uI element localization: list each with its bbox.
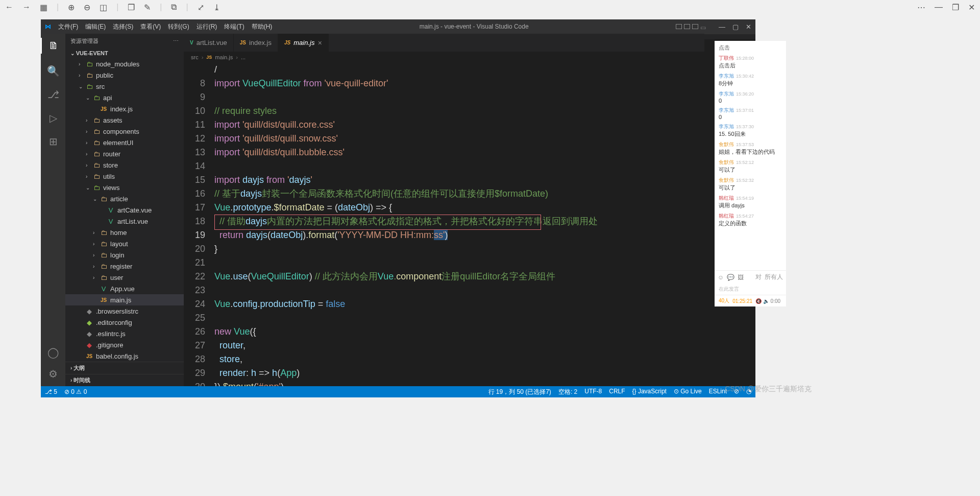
code-line[interactable]: Vue.use(VueQuillEditor) // 此方法内会用Vue.com… <box>214 270 704 284</box>
apps-icon[interactable]: ▦ <box>40 3 47 12</box>
status-item[interactable]: CRLF <box>609 388 625 396</box>
clip-icon[interactable]: ❐ <box>128 3 135 12</box>
tree-item[interactable]: ◆.gitignore <box>65 339 184 350</box>
tree-item[interactable]: ›🗀layout <box>65 238 184 249</box>
code-line[interactable]: import 'quill/dist/quill.core.css' <box>214 118 704 132</box>
panel-icon[interactable]: ◫ <box>100 3 107 12</box>
code-line[interactable]: // 借助dayjs内置的方法把日期对象格式化成指定的格式，并把格式化好的字符串… <box>214 215 704 228</box>
close-icon[interactable]: ✕ <box>968 3 975 12</box>
tree-item[interactable]: VartCate.vue <box>65 204 184 216</box>
zoom-out-icon[interactable]: ⊖ <box>84 3 90 12</box>
tree-item[interactable]: ›🗀register <box>65 261 184 272</box>
comment-icon[interactable]: 💬 <box>727 274 734 281</box>
explorer-icon[interactable]: 🗎 <box>41 38 65 54</box>
layout-icons[interactable]: ▭ <box>676 24 706 29</box>
gear-icon[interactable]: ⚙ <box>48 368 58 380</box>
code-line[interactable]: Vue.prototype.$formatDate = (dateObj) =>… <box>214 201 704 215</box>
code-line[interactable]: // 基于dayjs封装一个全局函数来格式化时间(任意的组件可以直接使用$for… <box>214 187 704 201</box>
search-icon[interactable]: 🔍 <box>47 65 60 77</box>
editor-tab[interactable]: JSmain.js× <box>278 34 329 52</box>
code-line[interactable] <box>214 311 704 325</box>
fullscreen-icon[interactable]: ⤢ <box>198 3 204 12</box>
tree-item[interactable]: ⌄🗀src <box>65 81 184 92</box>
tree-item[interactable]: VartList.vue <box>65 216 184 227</box>
account-icon[interactable]: ◯ <box>47 346 59 359</box>
code-line[interactable]: } <box>214 242 704 256</box>
tree-item[interactable]: JSmain.js <box>65 294 184 305</box>
sidebar-more-icon[interactable]: ⋯ <box>173 38 179 44</box>
tree-item[interactable]: ›🗀user <box>65 272 184 283</box>
status-item[interactable]: ⊙ Go Live <box>674 388 702 396</box>
editor-tab[interactable]: VartList.vue <box>184 34 234 52</box>
tree-item[interactable]: ›🗀login <box>65 249 184 261</box>
tree-item[interactable]: ›🗀utils <box>65 171 184 182</box>
code-line[interactable]: Vue.config.productionTip = false <box>214 297 704 311</box>
status-item[interactable]: 行 19，列 50 (已选择7) <box>488 388 551 396</box>
tree-item[interactable]: ◆.eslintrc.js <box>65 328 184 339</box>
branch-status[interactable]: ⎇ 5 <box>45 388 57 395</box>
status-item[interactable]: UTF-8 <box>584 388 602 396</box>
tree-item[interactable]: ›🗀home <box>65 227 184 238</box>
tree-item[interactable]: VApp.vue <box>65 283 184 294</box>
edit-icon[interactable]: ✎ <box>144 3 151 12</box>
minimize-icon[interactable]: — <box>935 3 943 12</box>
menu-item[interactable]: 编辑(E) <box>85 22 106 31</box>
sidebar-section[interactable]: › 大纲 <box>65 362 184 374</box>
chat-messages[interactable]: 丁联伟15:28:00点击后李东旭15:30:428分钟李东旭15:36:200… <box>715 55 786 270</box>
tree-item[interactable]: ◆.browserslistrc <box>65 305 184 317</box>
code-line[interactable] <box>214 159 704 173</box>
nav-fwd-icon[interactable]: → <box>22 3 31 12</box>
editor-tab[interactable]: JSindex.js <box>234 34 278 52</box>
copy-icon[interactable]: ⧉ <box>171 3 177 12</box>
tree-item[interactable]: ›🗀public <box>65 69 184 81</box>
code-line[interactable]: import dayjs from 'dayjs' <box>214 173 704 187</box>
extensions-icon[interactable]: ⊞ <box>49 135 58 148</box>
menu-item[interactable]: 转到(G) <box>168 22 189 31</box>
code-line[interactable]: render: h => h(App) <box>214 366 704 380</box>
code-line[interactable]: // require styles <box>214 104 704 118</box>
debug-icon[interactable]: ▷ <box>50 112 57 124</box>
nav-back-icon[interactable]: ← <box>5 3 13 12</box>
tree-item[interactable]: ›🗀store <box>65 159 184 171</box>
menu-item[interactable]: 运行(R) <box>197 22 217 31</box>
status-item[interactable]: 空格: 2 <box>558 388 577 396</box>
sidebar-section[interactable]: › 时间线 <box>65 374 184 386</box>
maximize-icon[interactable]: ❐ <box>952 3 959 12</box>
menu-item[interactable]: 终端(T) <box>224 22 244 31</box>
status-item[interactable]: ESLint <box>709 388 727 396</box>
menu-item[interactable]: 查看(V) <box>140 22 161 31</box>
menu-item[interactable]: 文件(F) <box>58 22 78 31</box>
status-item[interactable]: {} JavaScript <box>632 388 667 396</box>
problems-status[interactable]: ⊘ 0 ⚠ 0 <box>64 388 87 395</box>
code-line[interactable]: return dayjs(dateObj).format('YYYY-MM-DD… <box>214 228 704 242</box>
chat-input[interactable]: 在此发言 <box>715 284 786 295</box>
download-icon[interactable]: ⤓ <box>213 3 220 12</box>
tree-item[interactable]: ⌄🗀views <box>65 182 184 193</box>
image-icon[interactable]: 🖼 <box>738 274 744 281</box>
tree-item[interactable]: ⌄🗀article <box>65 193 184 204</box>
chat-target[interactable]: 所有人 <box>765 273 783 281</box>
code-line[interactable]: import 'quill/dist/quill.bubble.css' <box>214 146 704 159</box>
tree-item[interactable]: ⌄🗀api <box>65 92 184 103</box>
tree-item[interactable]: ›🗀router <box>65 148 184 159</box>
code-line[interactable]: new Vue({ <box>214 325 704 339</box>
menu-item[interactable]: 选择(S) <box>113 22 133 31</box>
more-icon[interactable]: ⋯ <box>917 3 925 12</box>
code-line[interactable] <box>214 256 704 270</box>
menu-item[interactable]: 帮助(H) <box>252 22 273 31</box>
code-line[interactable] <box>214 90 704 104</box>
win-close-icon[interactable]: ✕ <box>746 23 751 31</box>
code-line[interactable]: router, <box>214 339 704 352</box>
close-icon[interactable]: × <box>317 39 322 47</box>
code-line[interactable]: }).$mount('#app') <box>214 380 704 386</box>
tree-item[interactable]: ›🗀node_modules <box>65 58 184 69</box>
zoom-in-icon[interactable]: ⊕ <box>68 3 75 12</box>
code-area[interactable]: 8910111213141516171819202122232425262728… <box>184 63 704 386</box>
tree-item[interactable]: ›🗀assets <box>65 114 184 126</box>
win-min-icon[interactable]: — <box>719 23 725 31</box>
win-max-icon[interactable]: ▢ <box>732 23 739 31</box>
tree-item[interactable]: JSindex.js <box>65 103 184 114</box>
code-line[interactable]: store, <box>214 352 704 366</box>
code-line[interactable] <box>214 284 704 297</box>
tree-item[interactable]: ›🗀elementUI <box>65 137 184 148</box>
